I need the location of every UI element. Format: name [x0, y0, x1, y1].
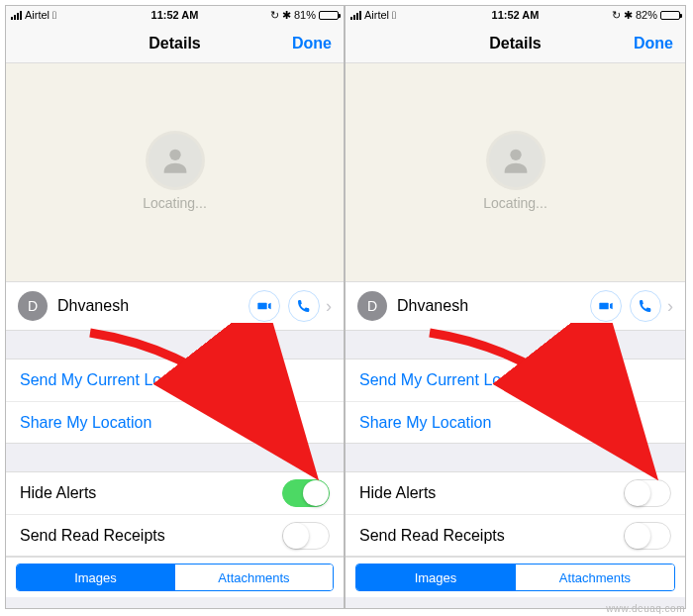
battery-percent: 82% [636, 9, 657, 21]
read-receipts-row: Send Read Receipts [346, 514, 685, 556]
screenshot-right: Airtel  11:52 AM ↻ ✱ 82% Details Done L… [346, 6, 685, 608]
call-button[interactable] [630, 290, 661, 322]
contact-avatar-large [489, 134, 543, 187]
facetime-button[interactable] [248, 290, 280, 322]
read-receipts-label: Send Read Receipts [20, 527, 165, 545]
contact-avatar-large [148, 134, 202, 187]
battery-icon [660, 11, 680, 20]
share-location-button[interactable]: Share My Location [346, 401, 685, 443]
screenshot-left: Airtel  11:52 AM ↻ ✱ 81% Details Done L… [6, 6, 346, 608]
page-title: Details [489, 35, 541, 52]
read-receipts-toggle[interactable] [282, 522, 330, 550]
orientation-lock-icon: ↻ [270, 9, 279, 22]
status-bar: Airtel  11:52 AM ↻ ✱ 81% [6, 6, 344, 24]
contact-row[interactable]: D Dhvanesh › [6, 281, 344, 331]
send-location-button[interactable]: Send My Current Location [346, 359, 685, 401]
orientation-lock-icon: ↻ [612, 9, 621, 22]
person-icon [499, 144, 533, 177]
hide-alerts-toggle[interactable] [282, 479, 330, 507]
status-time: 11:52 AM [492, 9, 540, 21]
carrier-name: Airtel [364, 9, 389, 21]
chevron-right-icon: › [326, 296, 332, 317]
chevron-right-icon: › [667, 296, 673, 317]
done-button[interactable]: Done [634, 35, 673, 52]
segment-attachments[interactable]: Attachments [174, 565, 333, 590]
hide-alerts-label: Hide Alerts [359, 484, 436, 502]
contact-name: Dhvanesh [57, 297, 241, 315]
nav-bar: Details Done [346, 24, 685, 63]
contact-avatar-small: D [18, 291, 48, 321]
page-title: Details [148, 35, 200, 52]
battery-percent: 81% [294, 9, 316, 21]
person-icon [158, 144, 192, 177]
segmented-control[interactable]: Images Attachments [355, 564, 675, 591]
video-icon [256, 298, 272, 314]
share-location-button[interactable]: Share My Location [6, 401, 344, 443]
contact-name: Dhvanesh [397, 297, 582, 315]
segmented-control[interactable]: Images Attachments [16, 564, 334, 591]
hide-alerts-row: Hide Alerts [346, 472, 685, 514]
contact-row[interactable]: D Dhvanesh › [346, 281, 685, 331]
hide-alerts-toggle[interactable] [624, 479, 671, 507]
svg-point-0 [169, 150, 180, 160]
location-map: Locating... [6, 63, 344, 281]
video-icon [598, 298, 614, 314]
locating-label: Locating... [483, 195, 547, 211]
facetime-button[interactable] [590, 290, 622, 322]
wifi-icon:  [392, 9, 396, 21]
read-receipts-label: Send Read Receipts [359, 527, 505, 545]
status-bar: Airtel  11:52 AM ↻ ✱ 82% [346, 6, 685, 24]
segment-images[interactable]: Images [356, 565, 515, 590]
segment-attachments[interactable]: Attachments [515, 565, 674, 590]
read-receipts-row: Send Read Receipts [6, 514, 344, 556]
phone-icon [296, 298, 312, 314]
status-time: 11:52 AM [151, 9, 199, 21]
location-map: Locating... [346, 63, 685, 281]
hide-alerts-row: Hide Alerts [6, 472, 344, 514]
done-button[interactable]: Done [292, 35, 332, 52]
locating-label: Locating... [143, 195, 207, 211]
hide-alerts-label: Hide Alerts [20, 484, 96, 502]
nav-bar: Details Done [6, 24, 344, 63]
call-button[interactable] [288, 290, 320, 322]
segment-images[interactable]: Images [17, 565, 174, 590]
send-location-button[interactable]: Send My Current Location [6, 359, 344, 401]
signal-icon [350, 11, 361, 20]
watermark: www.deuaq.com [606, 603, 685, 614]
bluetooth-icon: ✱ [624, 9, 633, 22]
phone-icon [638, 298, 653, 314]
contact-avatar-small: D [357, 291, 387, 321]
battery-icon [319, 11, 339, 20]
read-receipts-toggle[interactable] [624, 522, 671, 550]
carrier-name: Airtel [25, 9, 50, 21]
bluetooth-icon: ✱ [282, 9, 291, 22]
signal-icon [11, 11, 22, 20]
wifi-icon:  [52, 9, 56, 21]
svg-point-1 [510, 150, 521, 160]
